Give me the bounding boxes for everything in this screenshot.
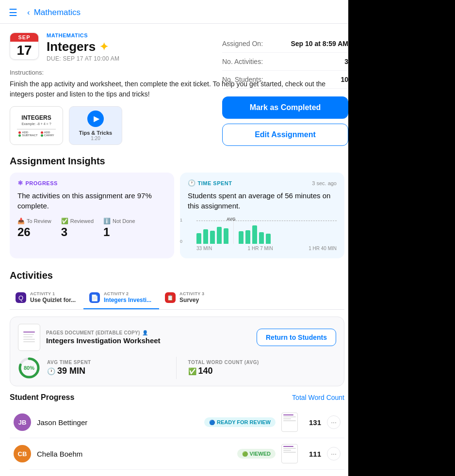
- doc-info: PAGES DOCUMENT (EDITABLE COPY) 👤 Integer…: [18, 324, 161, 351]
- attachment-integers-poster[interactable]: INTEGERS Example: -8 + 4 = ? ADD SUBTRAC…: [10, 106, 63, 145]
- progress-pct-label: 80%: [24, 365, 34, 371]
- bar-7: [245, 230, 250, 244]
- progress-desc: The activities on this assignment are 97…: [17, 190, 166, 211]
- more-icon[interactable]: ···: [438, 7, 446, 18]
- insights-title: Assignment Insights: [10, 156, 344, 167]
- status-badge-chella: 🟢 VIEWED: [237, 449, 276, 459]
- tab-quizlet-label: Use Quizlet for...: [30, 297, 76, 303]
- date-day: 17: [10, 42, 38, 59]
- assignment-due: DUE: SEP 17 AT 10:00 AM: [47, 55, 119, 62]
- sidebar-toggle-icon[interactable]: ☰: [9, 7, 17, 18]
- poster-title: INTEGERS: [21, 114, 51, 121]
- time-spent-card: 🕐 TIME SPENT 3 sec. ago Students spent a…: [180, 173, 344, 258]
- play-button[interactable]: ▶: [87, 111, 104, 127]
- tab-integers-num: ACTIVITY 2: [104, 292, 151, 296]
- doc-stat-time: 80% AVG TIME SPENT 🕐 39 MIN: [18, 357, 177, 379]
- inbox-icon: 📥: [17, 218, 25, 224]
- avatar-cb: CB: [14, 445, 31, 462]
- chart-xaxis: 33 MIN 1 HR 7 MIN 1 HR 40 MIN: [196, 246, 337, 251]
- pin-icon[interactable]: 📌: [399, 7, 411, 18]
- attachment-tips-video[interactable]: ▶ Tips & Tricks 1:20: [69, 106, 122, 145]
- chart-separator: [233, 218, 234, 244]
- tab-survey-num: ACTIVITY 3: [179, 292, 204, 296]
- nav-left: ☰ ‹ Mathematics: [9, 7, 376, 18]
- tab-integers-label: Integers Investi...: [104, 297, 151, 303]
- tab-quizlet-icon: Q: [16, 292, 26, 303]
- tab-quizlet[interactable]: Q ACTIVITY 1 Use Quizlet for...: [10, 287, 83, 309]
- xaxis-label-2: 1 HR 7 MIN: [248, 246, 273, 251]
- bar-4: [217, 227, 222, 244]
- clock-icon-2: 🕐: [47, 367, 55, 375]
- student-list: JB Jason Bettinger 🔵 READY FOR REVIEW 13…: [10, 407, 344, 470]
- student-progress-header: Student Progress Total Word Count: [10, 393, 344, 402]
- status-icon-chella: 🟢: [242, 451, 248, 457]
- stat-to-review-value: 26: [17, 225, 51, 239]
- bar-1: [196, 233, 201, 244]
- insights-section: Assignment Insights ⚛ PROGRESS The activ…: [10, 156, 344, 258]
- students-key: No. Students:: [222, 76, 263, 83]
- avatar-jb: JB: [14, 413, 31, 431]
- meta-activities: No. Activities: 3: [222, 53, 348, 71]
- nav-icons: 🔓 📌 ♥ ···: [376, 7, 446, 18]
- document-card: PAGES DOCUMENT (EDITABLE COPY) 👤 Integer…: [10, 317, 344, 386]
- nav-title[interactable]: Mathematics: [34, 8, 81, 17]
- student-more-btn-chella[interactable]: ···: [327, 447, 341, 460]
- clock-icon: 🕐: [188, 179, 196, 187]
- xaxis-label-1: 33 MIN: [196, 246, 212, 251]
- xaxis-label-3: 1 HR 40 MIN: [309, 246, 337, 251]
- stat-reviewed-value: 3: [61, 225, 94, 239]
- students-value: 10: [341, 76, 348, 83]
- student-name-chella: Chella Boehm: [37, 450, 231, 458]
- activities-title: Activities: [10, 270, 344, 281]
- student-doc-thumb-chella: [281, 444, 298, 463]
- video-label: Tips & Tricks: [79, 130, 112, 136]
- activities-key: No. Activities:: [222, 58, 263, 65]
- return-to-students-button[interactable]: Return to Students: [257, 329, 336, 346]
- student-word-count-jason: 131: [304, 418, 321, 427]
- stat-not-done-value: 1: [103, 225, 135, 239]
- tab-survey[interactable]: 📋 ACTIVITY 3 Survey: [159, 287, 212, 309]
- bar-chart: AVG: [196, 218, 337, 244]
- lock-icon[interactable]: 🔓: [376, 7, 388, 18]
- total-word-count-link[interactable]: Total Word Count: [292, 394, 344, 401]
- stat-not-done: ℹ️ Not Done 1: [103, 218, 135, 239]
- time-chart: 1 0 AVG: [188, 218, 337, 252]
- time-timestamp: 3 sec. ago: [312, 180, 337, 186]
- bar-3: [210, 231, 215, 244]
- tab-survey-label: Survey: [179, 297, 204, 303]
- sparkle-icon: ✦: [99, 41, 108, 53]
- tab-survey-icon: 📋: [165, 292, 176, 303]
- chevron-left-icon[interactable]: ‹: [27, 8, 30, 17]
- assigned-on-value: Sep 10 at 8:59 AM: [291, 40, 348, 48]
- activities-section: Activities Q ACTIVITY 1 Use Quizlet for.…: [10, 270, 344, 470]
- student-name-jason: Jason Bettinger: [37, 418, 198, 427]
- assigned-on-key: Assigned On:: [222, 40, 263, 48]
- progress-circle: 80%: [18, 357, 40, 379]
- student-word-count-chella: 111: [304, 450, 321, 458]
- assignment-title: Integers ✦: [47, 39, 119, 54]
- doc-stat-words: TOTAL WORD COUNT (AVG) ✅ 140: [177, 360, 337, 376]
- status-icon-jason: 🔵: [209, 420, 215, 425]
- doc-name: Integers Investigation Worksheet: [46, 336, 161, 345]
- doc-type-label: PAGES DOCUMENT (EDITABLE COPY) 👤: [46, 330, 161, 335]
- bar-9: [259, 232, 264, 244]
- mark-completed-button[interactable]: Mark as Completed: [222, 96, 348, 119]
- bar-10: [266, 234, 271, 244]
- word-count-label: TOTAL WORD COUNT (AVG): [188, 360, 337, 365]
- activities-value: 3: [344, 58, 348, 65]
- edit-assignment-button[interactable]: Edit Assignment: [222, 124, 348, 146]
- doc-thumbnail: [18, 324, 40, 351]
- meta-students: No. Students: 10: [222, 71, 348, 89]
- heart-icon[interactable]: ♥: [422, 7, 427, 18]
- student-more-btn-jason[interactable]: ···: [327, 415, 341, 429]
- top-nav: ☰ ‹ Mathematics 🔓 📌 ♥ ···: [0, 0, 455, 24]
- meta-assigned-on: Assigned On: Sep 10 at 8:59 AM: [222, 35, 348, 53]
- bar-8: [252, 225, 257, 244]
- student-progress-title: Student Progress: [10, 393, 74, 402]
- info-icon: ℹ️: [103, 218, 111, 224]
- progress-card: ⚛ PROGRESS The activities on this assign…: [10, 173, 174, 258]
- assignment-info: MATHEMATICS Integers ✦ DUE: SEP 17 AT 10…: [47, 32, 119, 62]
- tab-integers[interactable]: 📄 ACTIVITY 2 Integers Investi...: [83, 287, 159, 309]
- insights-cards: ⚛ PROGRESS The activities on this assign…: [10, 173, 344, 258]
- person-icon: 👤: [142, 330, 148, 335]
